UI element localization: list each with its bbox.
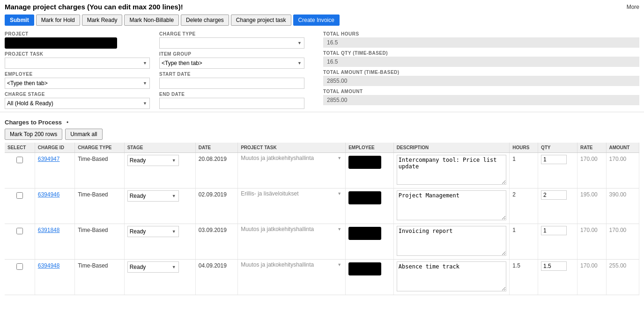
employee-cell [346,224,394,260]
project-task-select[interactable] [5,58,150,69]
change-project-task-button[interactable]: Change project task [231,14,291,26]
delete-charges-button[interactable]: Delete charges [181,14,229,26]
page-header: Manage project charges (You can edit max… [0,0,644,13]
mark-top-200-button[interactable]: Mark Top 200 rows [5,129,62,140]
project-task-cell[interactable]: Muutos ja jatkokehityshallintaErillis- j… [238,224,346,260]
unmark-all-button[interactable]: Unmark all [65,129,102,140]
select-cell[interactable] [5,260,35,295]
mark-ready-button[interactable]: Mark Ready [82,14,123,26]
project-task-cell[interactable]: Muutos ja jatkokehityshallintaErillis- j… [238,260,346,295]
start-date-filter: START DATE [159,72,304,89]
stage-cell[interactable]: HoldReadyNon-Billable [124,153,195,188]
employee-redacted [348,262,381,275]
start-date-input[interactable] [159,78,304,89]
employee-select[interactable]: <Type then tab> [5,78,150,89]
stage-cell[interactable]: HoldReadyNon-Billable [124,188,195,224]
rate-cell: 195.00 [577,188,606,224]
qty-cell[interactable] [538,224,577,260]
qty-cell[interactable] [538,260,577,295]
item-group-label: ITEM GROUP [159,51,304,57]
select-cell[interactable] [5,153,35,188]
date-cell: 02.09.2019 [195,188,237,224]
charge-id-link[interactable]: 6394947 [38,156,60,162]
charge-type-cell: Time-Based [75,188,124,224]
employee-redacted [348,191,381,204]
stage-select[interactable]: HoldReadyNon-Billable [127,155,179,166]
charge-id-link[interactable]: 6394948 [38,262,60,269]
qty-input[interactable] [541,155,567,164]
amount-cell: 255.00 [606,260,639,295]
item-group-filter: ITEM GROUP <Type then tab> [159,51,304,69]
charges-section: Charges to Process • Mark Top 200 rows U… [5,116,639,295]
date-cell: 03.09.2019 [195,224,237,260]
stage-cell[interactable]: HoldReadyNon-Billable [124,224,195,260]
rate-cell: 170.00 [577,153,606,188]
charge-type-label: CHARGE TYPE [159,31,304,36]
amount-cell: 170.00 [606,153,639,188]
hours-cell: 2 [510,188,538,224]
col-qty: QTY [538,143,577,153]
qty-input[interactable] [541,261,567,271]
charge-type-cell: Time-Based [75,224,124,260]
project-label: PROJECT [5,31,150,36]
row-checkbox[interactable] [16,228,23,234]
create-invoice-button[interactable]: Create Invoice [293,14,340,26]
description-textarea[interactable]: Absence time track [397,261,506,291]
employee-label: EMPLOYEE [5,72,150,77]
amount-cell: 170.00 [606,224,639,260]
col-select: SELECT [5,143,35,153]
end-date-label: END DATE [159,92,304,97]
project-task-select[interactable]: Muutos ja jatkokehityshallintaErillis- j… [241,155,342,161]
description-textarea[interactable]: Intercompany tool: Price list update [397,155,506,185]
charge-id-link[interactable]: 6391848 [38,227,60,233]
mark-non-billable-button[interactable]: Mark Non-Billable [124,14,179,26]
col-charge-id: CHARGE ID [35,143,74,153]
total-amount-time-group: TOTAL AMOUNT (TIME-BASED) 2855.00 [323,70,639,86]
description-cell[interactable]: Absence time track [393,260,509,295]
mark-hold-button[interactable]: Mark for Hold [36,14,80,26]
project-task-cell[interactable]: Muutos ja jatkokehityshallintaErillis- j… [238,153,346,188]
submit-button[interactable]: Submit [5,14,34,26]
col-project-task: PROJECT TASK [238,143,346,153]
total-hours-group: TOTAL HOURS 16.5 [323,31,639,48]
total-amount-value: 2855.00 [323,95,639,105]
employee-filter: EMPLOYEE <Type then tab> [5,72,150,89]
table-row: 6394946Time-BasedHoldReadyNon-Billable02… [5,188,639,224]
project-input-redacted[interactable] [5,37,117,49]
end-date-input[interactable] [159,98,304,109]
project-filter: PROJECT [5,31,150,49]
description-cell[interactable]: Intercompany tool: Price list update [393,153,509,188]
more-link[interactable]: More [627,4,639,10]
total-amount-time-label: TOTAL AMOUNT (TIME-BASED) [323,70,639,75]
row-checkbox[interactable] [16,192,23,199]
select-cell[interactable] [5,188,35,224]
qty-input[interactable] [541,226,567,235]
col-amount: AMOUNT [606,143,639,153]
row-checkbox[interactable] [16,263,23,270]
qty-cell[interactable] [538,188,577,224]
row-checkbox[interactable] [16,157,23,163]
qty-input[interactable] [541,190,567,200]
project-task-select[interactable]: Muutos ja jatkokehityshallintaErillis- j… [241,261,342,268]
table-row: 6394948Time-BasedHoldReadyNon-Billable04… [5,260,639,295]
project-task-select[interactable]: Muutos ja jatkokehityshallintaErillis- j… [241,190,342,197]
description-textarea[interactable]: Project Management [397,190,506,220]
total-hours-value: 16.5 [323,37,639,48]
project-task-select[interactable]: Muutos ja jatkokehityshallintaErillis- j… [241,226,342,232]
charge-id-link[interactable]: 6394946 [38,191,60,198]
col-description: DESCRIPTION [393,143,509,153]
item-group-select[interactable]: <Type then tab> [159,58,304,69]
stage-select[interactable]: HoldReadyNon-Billable [127,226,179,237]
project-task-cell[interactable]: Muutos ja jatkokehityshallintaErillis- j… [238,188,346,224]
stage-cell[interactable]: HoldReadyNon-Billable [124,260,195,295]
description-cell[interactable]: Invoicing report [393,224,509,260]
stage-select[interactable]: HoldReadyNon-Billable [127,261,179,273]
description-cell[interactable]: Project Management [393,188,509,224]
stage-select[interactable]: HoldReadyNon-Billable [127,190,179,202]
toolbar: Submit Mark for Hold Mark Ready Mark Non… [0,13,644,29]
qty-cell[interactable] [538,153,577,188]
charge-stage-select[interactable]: All (Hold & Ready) [5,98,150,109]
charge-type-select[interactable] [159,37,304,49]
description-textarea[interactable]: Invoicing report [397,226,506,256]
select-cell[interactable] [5,224,35,260]
